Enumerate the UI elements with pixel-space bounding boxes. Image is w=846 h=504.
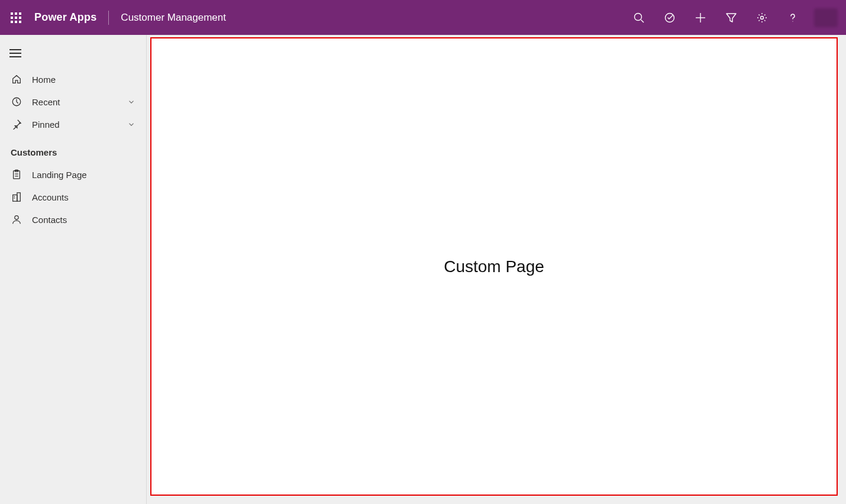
custom-page-canvas: Custom Page bbox=[150, 37, 838, 496]
sidebar-item-home[interactable]: Home bbox=[0, 68, 146, 91]
header-divider bbox=[108, 11, 109, 25]
filter-icon[interactable] bbox=[718, 5, 744, 31]
sidebar-item-accounts[interactable]: Accounts bbox=[0, 186, 146, 208]
svg-rect-13 bbox=[17, 193, 20, 201]
svg-point-2 bbox=[666, 13, 674, 22]
help-icon[interactable] bbox=[780, 5, 806, 31]
add-icon[interactable] bbox=[687, 5, 713, 31]
sidebar-item-contacts[interactable]: Contacts bbox=[0, 208, 146, 231]
sidebar-item-pinned[interactable]: Pinned bbox=[0, 113, 146, 135]
brand-label: Power Apps bbox=[34, 11, 96, 24]
sidebar-item-landing-page[interactable]: Landing Page bbox=[0, 163, 146, 186]
building-icon bbox=[11, 192, 22, 202]
task-icon[interactable] bbox=[657, 5, 683, 31]
user-avatar[interactable] bbox=[814, 8, 838, 27]
sidebar-item-label: Landing Page bbox=[32, 170, 135, 180]
sidebar-item-label: Accounts bbox=[32, 192, 135, 202]
search-icon[interactable] bbox=[626, 5, 652, 31]
app-name-label: Customer Management bbox=[121, 12, 226, 24]
sidebar-item-label: Contacts bbox=[32, 215, 135, 225]
chevron-down-icon bbox=[127, 120, 135, 128]
canvas-title: Custom Page bbox=[444, 257, 544, 276]
main-area: Custom Page bbox=[147, 35, 846, 504]
header-right bbox=[626, 5, 838, 31]
sidebar-item-label: Pinned bbox=[32, 119, 127, 130]
header-left: Power Apps Customer Management bbox=[8, 10, 226, 25]
svg-point-0 bbox=[635, 13, 642, 20]
svg-point-5 bbox=[761, 16, 764, 19]
top-header: Power Apps Customer Management bbox=[0, 0, 846, 35]
settings-icon[interactable] bbox=[749, 5, 775, 31]
clipboard-icon bbox=[11, 169, 22, 180]
left-sidebar: Home Recent Pinned Custo bbox=[0, 35, 147, 504]
person-icon bbox=[11, 214, 22, 225]
sidebar-item-label: Recent bbox=[32, 97, 127, 107]
pin-icon bbox=[11, 119, 22, 130]
hamburger-icon[interactable] bbox=[0, 41, 146, 68]
app-launcher-icon[interactable] bbox=[8, 10, 24, 25]
clock-icon bbox=[11, 96, 22, 107]
sidebar-section-customers: Customers bbox=[0, 135, 146, 163]
svg-line-1 bbox=[641, 20, 644, 22]
svg-point-16 bbox=[15, 216, 18, 219]
home-icon bbox=[11, 74, 22, 85]
app-shell: Home Recent Pinned Custo bbox=[0, 35, 846, 504]
svg-point-6 bbox=[792, 21, 793, 21]
chevron-down-icon bbox=[127, 98, 135, 106]
sidebar-item-label: Home bbox=[32, 75, 135, 85]
sidebar-item-recent[interactable]: Recent bbox=[0, 91, 146, 113]
svg-rect-8 bbox=[14, 171, 20, 179]
